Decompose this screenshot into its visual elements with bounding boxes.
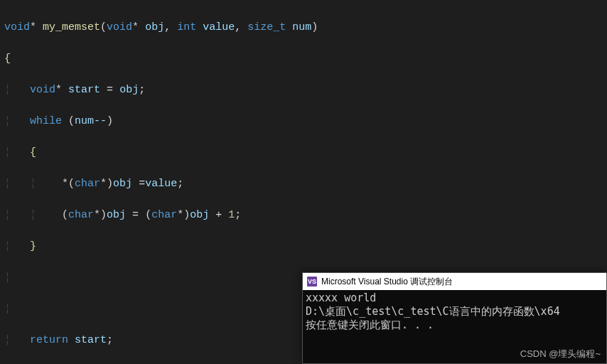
watermark-text: CSDN @埋头编程~ — [520, 348, 601, 360]
debug-console-window[interactable]: VS Microsoft Visual Studio 调试控制台 xxxxx w… — [302, 272, 607, 364]
vs-icon: VS — [307, 277, 317, 287]
console-titlebar[interactable]: VS Microsoft Visual Studio 调试控制台 — [303, 273, 606, 290]
console-title: Microsoft Visual Studio 调试控制台 — [321, 276, 453, 288]
console-output: xxxxx world D:\桌面\c_test\c_test\C语言中的内存函… — [303, 290, 606, 333]
